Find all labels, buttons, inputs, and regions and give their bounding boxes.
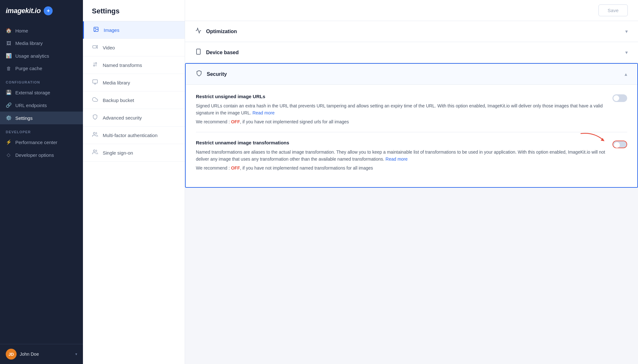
sidebar-item-url-endpoints[interactable]: 🔗 URL endpoints xyxy=(0,99,83,112)
toggle-recommend: We recommend : OFF, if you have not impl… xyxy=(196,119,606,124)
settings-nav-media-library[interactable]: Media library xyxy=(83,74,185,91)
toggle-switch-unsigned[interactable] xyxy=(612,94,627,102)
device-icon xyxy=(195,48,202,56)
chart-up-icon xyxy=(195,27,202,35)
sidebar-item-label: Developer options xyxy=(15,152,54,158)
accordion-optimization: Optimization ▾ xyxy=(185,21,638,42)
settings-nav-mfa[interactable]: Multi-factor authentication xyxy=(83,127,185,144)
image-icon: 🖼 xyxy=(6,40,11,46)
sidebar-item-developer-options[interactable]: ◇ Developer options xyxy=(0,149,83,161)
sidebar-item-label: Performance center xyxy=(15,140,57,145)
link-icon: 🔗 xyxy=(6,102,11,108)
chevron-down-icon: ▾ xyxy=(75,352,77,356)
settings-nav-label: Multi-factor authentication xyxy=(103,133,158,138)
video-icon xyxy=(92,44,98,51)
chart-icon: 📊 xyxy=(6,53,11,59)
sidebar-item-purge-cache[interactable]: 🗑 Purge cache xyxy=(0,62,83,75)
settings-nav-advanced-security[interactable]: Advanced security xyxy=(83,109,185,127)
accordion-header-security[interactable]: Security ▴ xyxy=(186,64,637,84)
settings-title: Settings xyxy=(83,0,185,21)
toggle-switch-unnamed[interactable] xyxy=(612,141,627,148)
sidebar-item-media-library[interactable]: 🖼 Media library xyxy=(0,37,83,49)
svg-point-1 xyxy=(95,28,95,29)
settings-nav-label: Backup bucket xyxy=(103,98,134,103)
toggle-label: Restrict unsigned image URLs xyxy=(196,94,606,99)
logo[interactable]: imagekit.io + xyxy=(0,0,83,22)
cloud-icon xyxy=(92,97,98,104)
settings-nav-label: Video xyxy=(103,45,115,50)
shield-icon xyxy=(196,70,202,78)
sidebar: imagekit.io + 🏠 Home 🖼 Media library 📊 U… xyxy=(0,0,83,364)
sidebar-item-label: Usage analytics xyxy=(15,53,49,59)
toggle-restrict-unsigned: Restrict unsigned image URLs Signed URLs… xyxy=(196,94,627,124)
toggle-label: Restrict unnamed image transformations xyxy=(196,140,606,145)
sidebar-item-settings[interactable]: ⚙️ Settings xyxy=(0,112,83,124)
sidebar-item-label: External storage xyxy=(15,90,50,95)
chevron-down-icon: ▾ xyxy=(625,49,628,55)
settings-nav-label: Media library xyxy=(103,80,130,85)
chevron-up-icon: ▴ xyxy=(625,71,627,77)
logo-text: imagekit.io xyxy=(6,7,41,15)
sidebar-item-label: Home xyxy=(15,28,28,33)
settings-nav-sso[interactable]: Single sign-on xyxy=(83,144,185,162)
content-sections: Optimization ▾ Device based ▾ xyxy=(185,21,638,188)
toggle-slider xyxy=(612,94,627,102)
sidebar-item-usage-analytics[interactable]: 📊 Usage analytics xyxy=(0,49,83,62)
config-section-label: CONFIGURATION xyxy=(0,75,83,86)
sidebar-item-external-storage[interactable]: 💾 External storage xyxy=(0,86,83,99)
content-area: Save Optimization ▾ xyxy=(185,0,638,364)
main-area: Settings Images Video Named transforms xyxy=(83,0,638,364)
users-icon xyxy=(92,132,98,139)
sidebar-item-label: Settings xyxy=(15,115,33,121)
sidebar-item-performance-center[interactable]: ⚡ Performance center xyxy=(0,136,83,149)
accordion-device-based: Device based ▾ xyxy=(185,42,638,63)
content-header: Save xyxy=(185,0,638,21)
toggle-wrap-highlighted xyxy=(612,140,627,148)
section-divider xyxy=(196,132,627,132)
sidebar-item-home[interactable]: 🏠 Home xyxy=(0,24,83,37)
settings-layout: Settings Images Video Named transforms xyxy=(83,0,638,364)
avatar: JD xyxy=(6,349,17,360)
sso-icon xyxy=(92,149,98,156)
image-icon xyxy=(93,26,99,33)
save-button[interactable]: Save xyxy=(598,4,628,16)
toggle-recommend: We recommend : OFF, if you have not impl… xyxy=(196,165,606,171)
home-icon: 🏠 xyxy=(6,28,11,33)
user-footer[interactable]: JD John Doe ▾ xyxy=(0,344,83,364)
developer-section-label: DEVELOPER xyxy=(0,124,83,136)
read-more-link[interactable]: Read more xyxy=(252,110,274,115)
svg-marker-3 xyxy=(96,46,98,48)
transform-icon xyxy=(92,62,98,69)
accordion-header-device-based[interactable]: Device based ▾ xyxy=(185,42,638,63)
toggle-description: Signed URLs contain an extra hash in the… xyxy=(196,102,606,117)
sidebar-item-label: URL endpoints xyxy=(15,103,47,108)
gear-icon: ⚙️ xyxy=(6,115,11,121)
accordion-title: Device based xyxy=(206,50,621,55)
diamond-icon: ◇ xyxy=(6,152,11,158)
toggle-description: Named transformations are aliases to the… xyxy=(196,149,606,163)
recommend-status: OFF xyxy=(231,165,240,171)
svg-rect-2 xyxy=(93,46,96,48)
settings-nav-label: Named transforms xyxy=(103,62,142,68)
settings-nav-named-transforms[interactable]: Named transforms xyxy=(83,56,185,74)
main-nav: 🏠 Home 🖼 Media library 📊 Usage analytics… xyxy=(0,22,83,344)
logo-icon: + xyxy=(44,6,53,15)
settings-nav-backup-bucket[interactable]: Backup bucket xyxy=(83,91,185,109)
accordion-title: Optimization xyxy=(206,29,621,34)
toggle-restrict-unnamed: Restrict unnamed image transformations N… xyxy=(196,140,627,171)
svg-point-7 xyxy=(93,132,95,134)
settings-nav-images[interactable]: Images xyxy=(83,21,185,39)
accordion-header-optimization[interactable]: Optimization ▾ xyxy=(185,21,638,42)
settings-nav-label: Advanced security xyxy=(103,115,142,120)
settings-nav-video[interactable]: Video xyxy=(83,39,185,56)
storage-icon: 💾 xyxy=(6,90,11,95)
toggle-content: Restrict unnamed image transformations N… xyxy=(196,140,612,171)
trash-icon: 🗑 xyxy=(6,66,11,71)
settings-nav-label: Single sign-on xyxy=(103,150,133,156)
toggle-content: Restrict unsigned image URLs Signed URLs… xyxy=(196,94,612,124)
sidebar-item-label: Media library xyxy=(15,40,43,46)
performance-icon: ⚡ xyxy=(6,139,11,145)
accordion-security: Security ▴ Restrict unsigned image URLs … xyxy=(185,63,638,188)
read-more-link[interactable]: Read more xyxy=(386,157,408,162)
svg-rect-9 xyxy=(197,49,200,55)
